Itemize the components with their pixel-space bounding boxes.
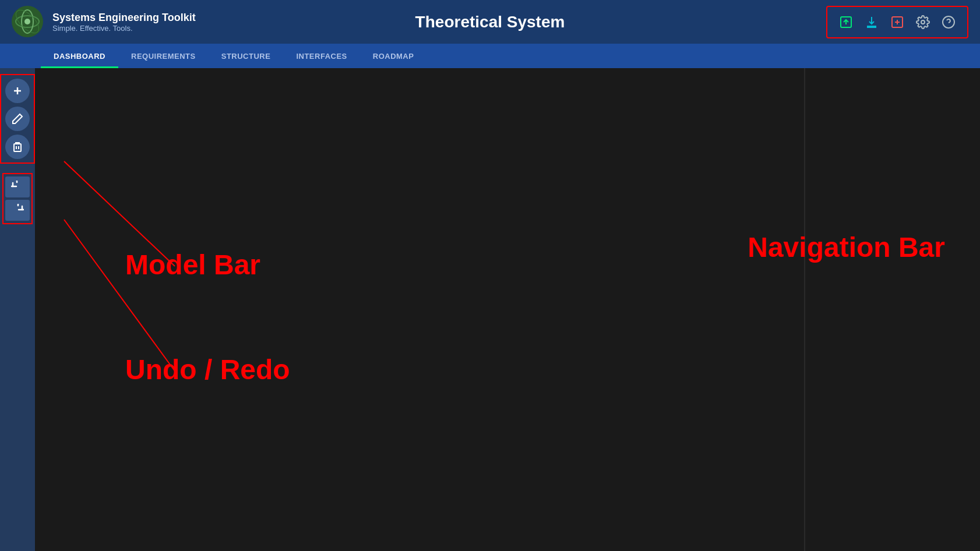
nav-bar: DASHBOARD REQUIREMENTS STRUCTURE INTERFA… <box>0 44 980 68</box>
help-icon-button[interactable] <box>938 12 959 33</box>
header-actions-toolbar <box>826 6 968 38</box>
model-bar-annotation: Model Bar <box>125 249 260 281</box>
add-module-icon-button[interactable] <box>887 12 908 33</box>
redo-button[interactable] <box>5 200 30 221</box>
app-title-group: Systems Engineering Toolkit Simple. Effe… <box>52 12 196 33</box>
svg-rect-18 <box>14 144 21 151</box>
edit-item-button[interactable] <box>5 107 30 131</box>
sidebar <box>0 68 35 551</box>
canvas-area: Model Bar Undo / Redo Navigation Bar <box>35 68 980 551</box>
main-layout: Model Bar Undo / Redo Navigation Bar <box>0 68 980 551</box>
tab-roadmap[interactable]: ROADMAP <box>360 44 427 68</box>
navigation-bar-annotation: Navigation Bar <box>748 231 945 263</box>
app-logo <box>12 6 44 38</box>
tab-requirements[interactable]: REQUIREMENTS <box>118 44 209 68</box>
svg-line-22 <box>64 220 175 371</box>
tab-structure[interactable]: STRUCTURE <box>209 44 284 68</box>
delete-item-button[interactable] <box>5 135 30 159</box>
undo-button[interactable] <box>5 176 30 197</box>
add-item-button[interactable] <box>5 79 30 103</box>
system-title: Theoretical System <box>415 13 565 31</box>
undo-redo-section <box>2 173 33 224</box>
svg-point-3 <box>24 19 30 24</box>
right-divider <box>804 68 805 551</box>
tab-dashboard[interactable]: DASHBOARD <box>41 44 118 68</box>
tab-interfaces[interactable]: INTERFACES <box>283 44 359 68</box>
svg-point-13 <box>921 20 925 24</box>
export-icon-button[interactable] <box>836 12 856 33</box>
settings-icon-button[interactable] <box>912 12 933 33</box>
annotation-arrows <box>35 68 980 551</box>
header-bar: Systems Engineering Toolkit Simple. Effe… <box>0 0 980 44</box>
app-title: Systems Engineering Toolkit <box>52 12 196 24</box>
model-bar-section <box>0 74 35 164</box>
app-subtitle: Simple. Effective. Tools. <box>52 24 196 33</box>
svg-line-21 <box>64 161 175 266</box>
undo-redo-annotation: Undo / Redo <box>125 354 290 386</box>
download-icon-button[interactable] <box>861 12 882 33</box>
